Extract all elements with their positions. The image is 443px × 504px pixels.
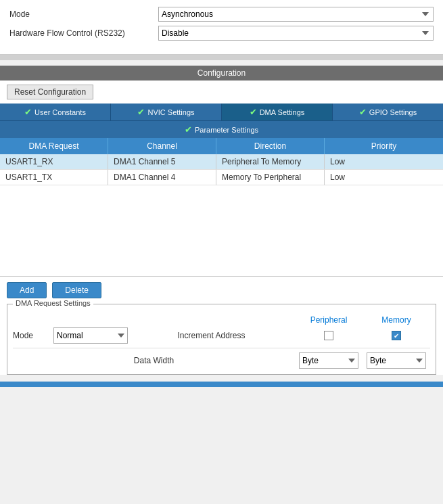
bottom-bar — [0, 382, 443, 387]
table-body: USART1_RX DMA1 Channel 5 Peripheral To M… — [0, 154, 443, 276]
cell-channel-1: DMA1 Channel 4 — [108, 170, 216, 185]
peripheral-checkbox-cell — [295, 331, 363, 341]
param-tab-row[interactable]: ✔ Parameter Settings — [0, 120, 443, 138]
table-row[interactable]: USART1_RX DMA1 Channel 5 Peripheral To M… — [0, 154, 443, 170]
mode-row: Mode Asynchronous — [9, 7, 434, 22]
mode-label: Mode — [9, 9, 158, 19]
cell-channel-0: DMA1 Channel 5 — [108, 154, 216, 170]
memory-increment-checkbox[interactable]: ✔ — [392, 331, 401, 340]
config-section: Configuration Reset Configuration ✔ User… — [0, 66, 443, 375]
col-header-direction: Direction — [216, 138, 325, 154]
config-toolbar: Reset Configuration — [0, 81, 443, 104]
check-icon-dma: ✔ — [250, 107, 257, 117]
dma-mode-select[interactable]: Normal — [53, 327, 128, 344]
tab-dma-settings[interactable]: ✔ DMA Settings — [222, 104, 333, 120]
dma-data-width-row: Data Width Byte Byte — [13, 352, 430, 369]
hfc-row: Hardware Flow Control (RS232) Disable — [9, 26, 434, 41]
data-width-label: Data Width — [134, 356, 174, 365]
tab-label-nvic: NVIC Settings — [147, 108, 194, 116]
cell-direction-1: Memory To Peripheral — [216, 170, 325, 185]
dma-col-headers: Peripheral Memory — [13, 315, 430, 325]
col-header-channel: Channel — [108, 138, 216, 154]
increment-label: Increment Address — [177, 331, 245, 340]
config-header: Configuration — [0, 66, 443, 81]
peripheral-width-cell: Byte — [295, 352, 363, 369]
tabs-row: ✔ User Constants ✔ NVIC Settings ✔ DMA S… — [0, 104, 443, 120]
tab-label-gpio: GPIO Settings — [369, 108, 417, 116]
col-header-priority: Priority — [325, 138, 443, 154]
dma-checkboxes: ✔ — [295, 331, 430, 341]
dma-settings-group: DMA Request Settings Peripheral Memory M… — [7, 304, 436, 375]
add-button[interactable]: Add — [7, 282, 47, 298]
peripheral-increment-checkbox[interactable] — [324, 331, 333, 340]
mode-select[interactable]: Asynchronous — [158, 7, 434, 22]
dma-memory-header: Memory — [363, 315, 430, 325]
top-section: Mode Asynchronous Hardware Flow Control … — [0, 0, 443, 55]
reset-config-button[interactable]: Reset Configuration — [7, 85, 93, 99]
check-icon-nvic: ✔ — [137, 107, 145, 117]
increment-address-row: Increment Address — [128, 331, 295, 340]
param-tab-label: Parameter Settings — [195, 126, 258, 134]
dma-mode-label: Mode — [13, 331, 53, 340]
col-header-dma-request: DMA Request — [0, 138, 108, 154]
hfc-label: Hardware Flow Control (RS232) — [9, 28, 158, 38]
tab-user-constants[interactable]: ✔ User Constants — [0, 104, 111, 120]
check-icon-param: ✔ — [185, 124, 192, 135]
dma-settings-legend: DMA Request Settings — [13, 299, 93, 307]
dma-mode-row: Mode Normal Increment Address ✔ — [13, 327, 430, 344]
peripheral-width-select[interactable]: Byte — [299, 352, 358, 369]
dma-peripheral-header: Peripheral — [295, 315, 363, 325]
dma-selects: Byte Byte — [295, 352, 430, 369]
dma-inner: Peripheral Memory Mode Normal Increment … — [13, 315, 430, 369]
tab-nvic-settings[interactable]: ✔ NVIC Settings — [111, 104, 222, 120]
cell-direction-0: Peripheral To Memory — [216, 154, 325, 170]
tab-label-user-constants: User Constants — [34, 108, 86, 116]
table-header: DMA Request Channel Direction Priority — [0, 138, 443, 154]
hfc-select[interactable]: Disable — [158, 26, 434, 41]
tab-gpio-settings[interactable]: ✔ GPIO Settings — [333, 104, 443, 120]
memory-width-cell: Byte — [363, 352, 430, 369]
cell-dma-request-0: USART1_RX — [0, 154, 108, 170]
cell-priority-0: Low — [325, 154, 443, 170]
check-icon-gpio: ✔ — [359, 107, 367, 117]
table-row[interactable]: USART1_TX DMA1 Channel 4 Memory To Perip… — [0, 170, 443, 185]
section-divider — [0, 55, 443, 60]
cell-priority-1: Low — [325, 170, 443, 185]
tab-label-dma: DMA Settings — [260, 108, 305, 116]
memory-width-select[interactable]: Byte — [367, 352, 426, 369]
delete-button[interactable]: Delete — [52, 282, 101, 298]
memory-checkbox-cell: ✔ — [363, 331, 430, 341]
cell-dma-request-1: USART1_TX — [0, 170, 108, 185]
check-icon-user-constants: ✔ — [24, 107, 32, 117]
